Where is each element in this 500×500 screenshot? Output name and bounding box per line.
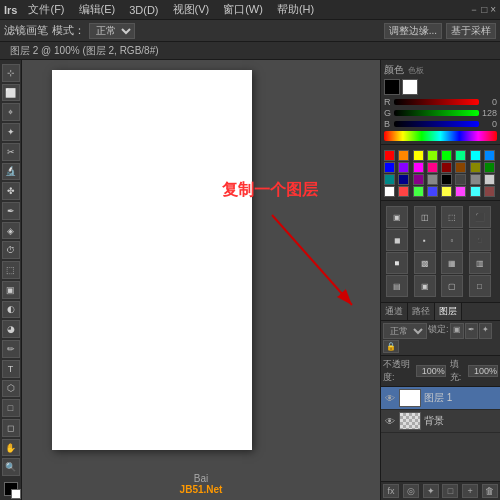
color-swatch[interactable] (427, 174, 438, 185)
panel-tool-10[interactable]: ▦ (441, 252, 463, 274)
tool-3d[interactable]: ◻ (2, 419, 20, 437)
layer-group-btn[interactable]: □ (442, 484, 458, 498)
fill-input[interactable] (468, 365, 498, 377)
color-swatch[interactable] (398, 162, 409, 173)
color-swatch[interactable] (484, 174, 495, 185)
tool-crop[interactable]: ✂ (2, 143, 20, 161)
menu-window[interactable]: 窗口(W) (220, 2, 266, 17)
panel-tool-7[interactable]: ◾ (469, 229, 491, 251)
color-swatch[interactable] (398, 186, 409, 197)
tool-move[interactable]: ⊹ (2, 64, 20, 82)
menu-file[interactable]: 文件(F) (25, 2, 67, 17)
tool-history[interactable]: ⏱ (2, 241, 20, 259)
panel-tool-2[interactable]: ⬚ (441, 206, 463, 228)
panel-tool-5[interactable]: ▪ (414, 229, 436, 251)
tool-clone[interactable]: ◈ (2, 222, 20, 240)
tool-eyedrop[interactable]: 🔬 (2, 163, 20, 181)
tab-channels[interactable]: 通道 (381, 303, 408, 320)
green-slider[interactable] (394, 110, 479, 116)
tool-select[interactable]: ⬜ (2, 84, 20, 102)
layer-adj-btn[interactable]: ✦ (423, 484, 439, 498)
tool-text[interactable]: T (2, 360, 20, 378)
color-swatch[interactable] (427, 150, 438, 161)
tool-dodge[interactable]: ◕ (2, 320, 20, 338)
tool-hand[interactable]: ✋ (2, 439, 20, 457)
tool-magic[interactable]: ✦ (2, 123, 20, 141)
color-swatch[interactable] (441, 174, 452, 185)
color-swatch[interactable] (455, 162, 466, 173)
panel-tool-3[interactable]: ⬛ (469, 206, 491, 228)
blue-slider[interactable] (394, 121, 479, 127)
menu-edit[interactable]: 编辑(E) (76, 2, 119, 17)
color-swatch[interactable] (470, 162, 481, 173)
background-color[interactable] (402, 79, 418, 95)
tool-zoom[interactable]: 🔍 (2, 458, 20, 476)
color-swatch[interactable] (441, 150, 452, 161)
sample-btn[interactable]: 基于采样 (446, 23, 496, 39)
tool-path[interactable]: ⬡ (2, 380, 20, 398)
layer-fx-btn[interactable]: fx (383, 484, 399, 498)
color-swatch[interactable] (384, 162, 395, 173)
color-swatch[interactable] (470, 174, 481, 185)
panel-tool-14[interactable]: ▢ (441, 275, 463, 297)
color-swatch[interactable] (413, 186, 424, 197)
panel-tool-4[interactable]: ◼ (386, 229, 408, 251)
color-swatch[interactable] (484, 150, 495, 161)
color-swatch[interactable] (413, 162, 424, 173)
panel-tool-11[interactable]: ▥ (469, 252, 491, 274)
lock-paint[interactable]: ✒ (465, 323, 478, 339)
panel-tool-15[interactable]: □ (469, 275, 491, 297)
tool-gradient[interactable]: ▣ (2, 281, 20, 299)
color-swatch[interactable] (484, 162, 495, 173)
color-swatch[interactable] (384, 150, 395, 161)
panel-tool-6[interactable]: ▫ (441, 229, 463, 251)
color-swatch[interactable] (470, 150, 481, 161)
color-swatch[interactable] (398, 174, 409, 185)
layer-item[interactable]: 👁背景 (381, 410, 500, 433)
color-swatch[interactable] (384, 174, 395, 185)
panel-tool-9[interactable]: ▩ (414, 252, 436, 274)
adjust-edge-btn[interactable]: 调整边缘... (384, 23, 442, 39)
layer-mask-btn[interactable]: ◎ (403, 484, 419, 498)
tool-pen[interactable]: ✏ (2, 340, 20, 358)
lock-position[interactable]: ✦ (479, 323, 492, 339)
tool-lasso[interactable]: ⌖ (2, 103, 20, 121)
color-swatch[interactable] (413, 174, 424, 185)
panel-tool-1[interactable]: ◫ (414, 206, 436, 228)
color-swatch[interactable] (455, 150, 466, 161)
layer-delete-btn[interactable]: 🗑 (482, 484, 498, 498)
lock-transparency[interactable]: ▣ (450, 323, 464, 339)
foreground-color[interactable] (384, 79, 400, 95)
color-swatch[interactable] (455, 174, 466, 185)
color-swatch[interactable] (484, 186, 495, 197)
color-swatch[interactable] (413, 150, 424, 161)
color-swatch[interactable] (384, 186, 395, 197)
panel-tool-13[interactable]: ▣ (414, 275, 436, 297)
color-swatch[interactable] (427, 162, 438, 173)
panel-tool-0[interactable]: ▣ (386, 206, 408, 228)
layer-visibility-icon[interactable]: 👁 (384, 415, 396, 427)
layer-item[interactable]: 👁图层 1 (381, 387, 500, 410)
color-swatch[interactable] (427, 186, 438, 197)
red-slider[interactable] (394, 99, 479, 105)
tab-layers[interactable]: 图层 (435, 303, 462, 320)
opacity-input[interactable] (416, 365, 446, 377)
color-swatch[interactable] (441, 186, 452, 197)
blend-mode-select[interactable]: 正常 (383, 323, 427, 339)
color-swatch[interactable] (398, 150, 409, 161)
layer-new-btn[interactable]: + (462, 484, 478, 498)
tool-eraser[interactable]: ⬚ (2, 261, 20, 279)
tool-heal[interactable]: ✤ (2, 182, 20, 200)
lock-all[interactable]: 🔒 (383, 340, 399, 353)
panel-tool-8[interactable]: ◽ (386, 252, 408, 274)
menu-3d[interactable]: 3D(D) (126, 4, 161, 16)
color-swatch[interactable] (455, 186, 466, 197)
menu-view[interactable]: 视图(V) (170, 2, 213, 17)
mode-select[interactable]: 正常 (89, 23, 135, 39)
layer-visibility-icon[interactable]: 👁 (384, 392, 396, 404)
panel-tool-12[interactable]: ▤ (386, 275, 408, 297)
tool-shape[interactable]: □ (2, 399, 20, 417)
color-swatch[interactable] (441, 162, 452, 173)
color-swatch[interactable] (470, 186, 481, 197)
menu-help[interactable]: 帮助(H) (274, 2, 317, 17)
